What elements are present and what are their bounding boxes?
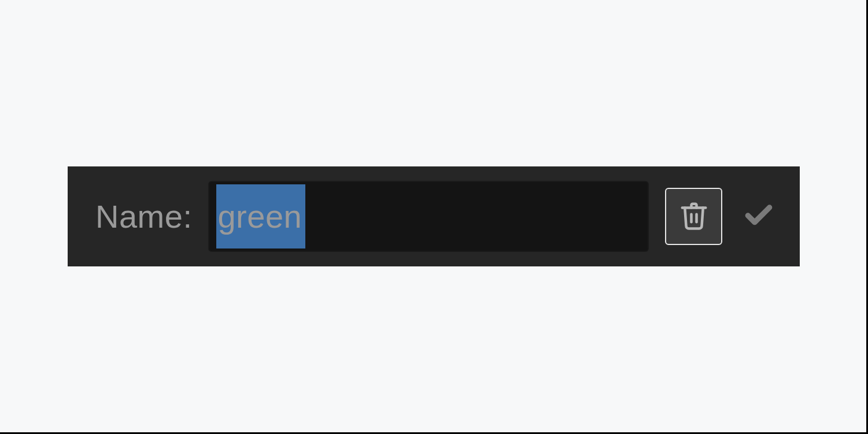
check-icon	[743, 199, 775, 234]
trash-icon	[678, 200, 710, 233]
name-label: Name:	[95, 198, 192, 235]
name-input-text: green	[217, 201, 302, 233]
delete-button[interactable]	[665, 188, 722, 245]
text-selection: green	[216, 184, 305, 248]
name-edit-panel: Name: green	[68, 166, 800, 266]
confirm-button[interactable]	[738, 196, 779, 237]
name-input[interactable]: green	[208, 181, 649, 252]
